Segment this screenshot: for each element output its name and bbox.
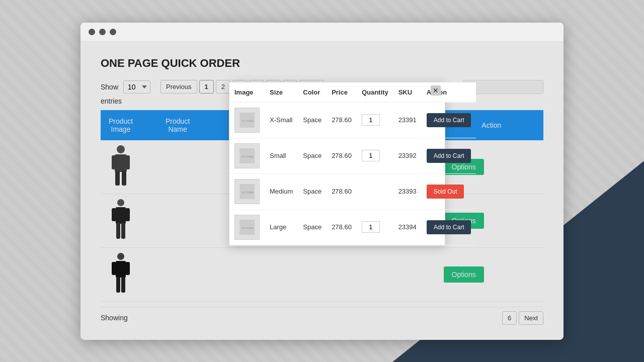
- popup-col-size: Size: [265, 82, 298, 103]
- popup-action-1: Add to Cart: [422, 102, 476, 138]
- svg-text:no image available: no image available: [242, 119, 255, 122]
- popup-product-image-2: no image available: [234, 143, 260, 168]
- popup-overlay: ✕ Image Size Color Price Quantity SKU Ac…: [80, 42, 564, 340]
- popup-sku-2: 23392: [393, 138, 422, 173]
- popup-price-2: 278.60: [327, 138, 357, 173]
- popup-product-image-1: no image available: [234, 108, 260, 133]
- window-dot-1: [89, 29, 95, 35]
- popup-col-image: Image: [229, 82, 265, 103]
- popup-row-2: no image available Small Space 278.60 23…: [229, 138, 476, 173]
- popup-size-1: X-Small: [265, 102, 298, 138]
- popup-col-sku: SKU: [393, 82, 422, 103]
- popup-row-4: no image available Large Space 278.60 23…: [229, 209, 476, 245]
- popup-qty-input-1[interactable]: [362, 114, 380, 126]
- popup-price-4: 278.60: [327, 209, 357, 245]
- popup-close-button[interactable]: ✕: [431, 85, 441, 96]
- popup-color-3: Space: [298, 173, 327, 209]
- popup-table: Image Size Color Price Quantity SKU Acti…: [229, 82, 476, 245]
- popup-qty-input-4[interactable]: [362, 221, 380, 233]
- popup-action-2: Add to Cart: [422, 138, 476, 173]
- popup-col-color: Color: [298, 82, 327, 103]
- popup-size-4: Large: [265, 209, 298, 245]
- popup-price-1: 278.60: [327, 102, 357, 138]
- popup-size-2: Small: [265, 138, 298, 173]
- popup-row-3: no image available Medium Space 278.60 2…: [229, 173, 476, 209]
- popup-img-4: no image available: [229, 209, 265, 245]
- popup-img-3: no image available: [229, 173, 265, 209]
- popup-img-2: no image available: [229, 138, 265, 173]
- popup-sku-4: 23394: [393, 209, 422, 245]
- popup-qty-4[interactable]: [357, 209, 393, 245]
- sold-out-button-3[interactable]: Sold Out: [427, 185, 464, 199]
- popup-qty-input-2[interactable]: [362, 150, 380, 161]
- popup-img-1: no image available: [229, 102, 265, 138]
- main-window: ONE PAGE QUICK ORDER Show 10 25 50 100 P…: [80, 23, 564, 340]
- titlebar: [80, 23, 564, 42]
- window-dot-2: [99, 29, 106, 35]
- popup-qty-3: [357, 173, 393, 209]
- popup-action-4: Add to Cart: [422, 209, 476, 245]
- popup-action-3: Sold Out: [422, 173, 476, 209]
- popup-product-image-3: no image available: [234, 179, 260, 204]
- popup-color-4: Space: [298, 209, 327, 245]
- popup-price-3: 278.60: [327, 173, 357, 209]
- window-dot-3: [110, 29, 116, 35]
- popup-sku-1: 23391: [393, 102, 422, 138]
- add-to-cart-button-2[interactable]: Add to Cart: [427, 149, 471, 163]
- popup-qty-2[interactable]: [357, 138, 393, 173]
- svg-text:no image available: no image available: [242, 226, 255, 229]
- popup-row-1: no image available X-Small Space 278.60 …: [229, 102, 476, 138]
- popup-col-action: Action: [422, 82, 476, 103]
- popup-qty-1[interactable]: [357, 102, 393, 138]
- main-content: ONE PAGE QUICK ORDER Show 10 25 50 100 P…: [80, 42, 564, 340]
- popup-sku-3: 23393: [393, 173, 422, 209]
- popup-col-quantity: Quantity: [357, 82, 393, 103]
- popup-col-price: Price: [327, 82, 357, 103]
- add-to-cart-button-4[interactable]: Add to Cart: [427, 220, 471, 234]
- popup-product-image-4: no image available: [234, 215, 260, 240]
- svg-text:no image available: no image available: [242, 191, 255, 194]
- popup: ✕ Image Size Color Price Quantity SKU Ac…: [229, 82, 445, 246]
- popup-size-3: Medium: [265, 173, 298, 209]
- add-to-cart-button-1[interactable]: Add to Cart: [427, 113, 471, 127]
- popup-color-2: Space: [298, 138, 327, 173]
- svg-text:no image available: no image available: [242, 155, 255, 158]
- popup-color-1: Space: [298, 102, 327, 138]
